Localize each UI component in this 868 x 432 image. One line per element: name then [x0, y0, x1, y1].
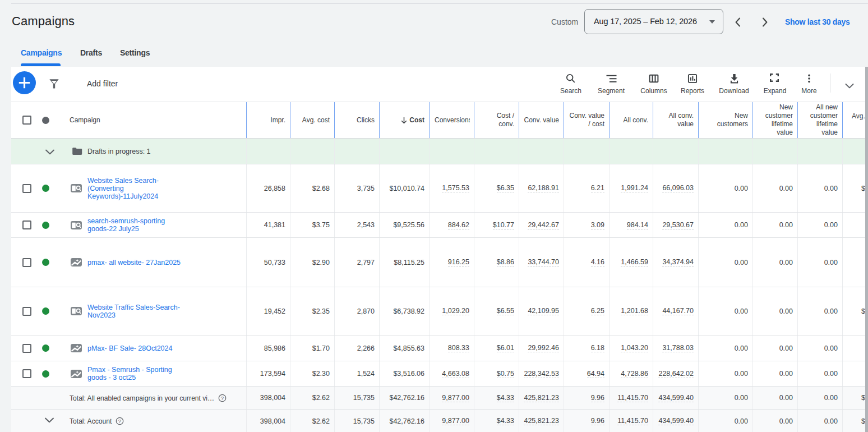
svg-text:?: ? [118, 418, 121, 424]
svg-text:?: ? [221, 394, 224, 401]
